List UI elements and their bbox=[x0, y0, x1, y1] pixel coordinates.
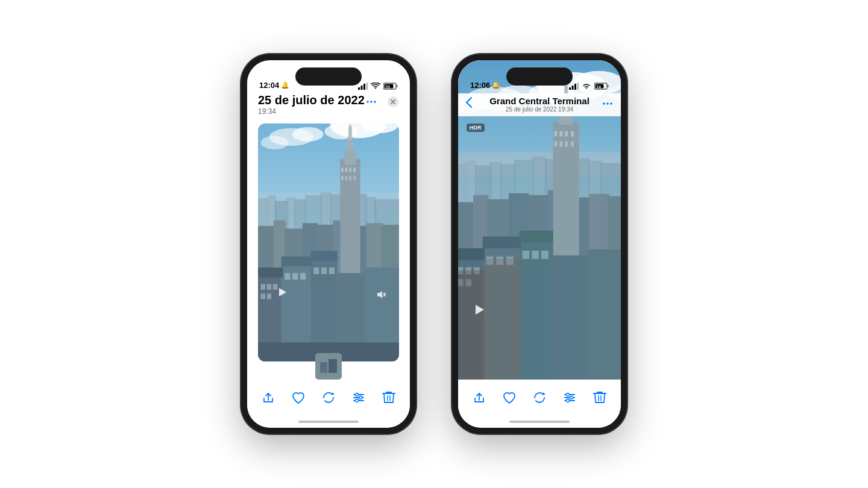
svg-rect-73 bbox=[329, 267, 335, 274]
svg-point-174 bbox=[567, 399, 570, 402]
svg-rect-91 bbox=[572, 86, 574, 90]
svg-point-172 bbox=[567, 393, 570, 396]
battery-icon: 70 bbox=[383, 83, 398, 90]
svg-rect-148 bbox=[483, 236, 521, 248]
svg-marker-74 bbox=[279, 288, 286, 296]
signal-icon-2 bbox=[569, 83, 579, 90]
more-options-button-2[interactable] bbox=[602, 98, 614, 112]
svg-rect-149 bbox=[520, 231, 553, 243]
ellipsis-icon-2 bbox=[602, 98, 614, 110]
close-button[interactable] bbox=[385, 93, 401, 110]
svg-rect-66 bbox=[261, 293, 265, 299]
svg-rect-69 bbox=[292, 273, 298, 280]
svg-rect-90 bbox=[569, 87, 571, 90]
phone2-header: Grand Central Terminal 25 de julio de 20… bbox=[458, 93, 621, 116]
svg-rect-160 bbox=[541, 251, 549, 259]
svg-point-165 bbox=[606, 102, 609, 105]
svg-marker-163 bbox=[476, 305, 484, 314]
svg-rect-72 bbox=[321, 267, 327, 274]
svg-point-17 bbox=[292, 127, 324, 142]
svg-rect-95 bbox=[608, 85, 609, 87]
svg-rect-67 bbox=[267, 293, 271, 299]
svg-rect-63 bbox=[261, 284, 265, 290]
phone2-title: Grand Central Terminal bbox=[489, 96, 590, 106]
svg-rect-93 bbox=[577, 83, 579, 90]
thumbnail-strip[interactable] bbox=[315, 353, 342, 380]
phone-1-screen: 12:04 🔔 bbox=[247, 60, 410, 428]
svg-rect-136 bbox=[565, 131, 568, 137]
status-time-2: 12:06 🔔 bbox=[470, 81, 500, 90]
phone2-subtitle: 25 de julio de 2022 19:34 bbox=[506, 106, 573, 113]
svg-rect-141 bbox=[571, 141, 574, 146]
svg-point-15 bbox=[325, 124, 358, 139]
more-options-button[interactable] bbox=[363, 93, 380, 110]
svg-rect-159 bbox=[532, 251, 539, 259]
svg-rect-45 bbox=[350, 124, 351, 128]
svg-rect-71 bbox=[313, 267, 319, 274]
svg-rect-139 bbox=[559, 141, 562, 146]
svg-rect-68 bbox=[285, 273, 290, 280]
share-button-2[interactable] bbox=[468, 387, 490, 408]
svg-point-18 bbox=[261, 136, 289, 149]
svg-point-85 bbox=[356, 393, 359, 396]
back-button-2[interactable] bbox=[465, 96, 473, 111]
svg-rect-47 bbox=[345, 167, 348, 172]
svg-point-86 bbox=[359, 396, 362, 399]
hdr-badge: HDR bbox=[467, 124, 485, 132]
edit-button-2[interactable] bbox=[559, 387, 580, 408]
svg-rect-5 bbox=[397, 85, 398, 87]
phone-1: 12:04 🔔 bbox=[241, 54, 416, 434]
favorite-button-1[interactable] bbox=[288, 387, 309, 408]
svg-point-164 bbox=[603, 102, 605, 105]
play-button-1[interactable] bbox=[276, 286, 288, 301]
svg-rect-138 bbox=[555, 141, 558, 146]
svg-point-9 bbox=[370, 101, 373, 103]
svg-rect-52 bbox=[349, 176, 351, 180]
svg-rect-145 bbox=[552, 255, 590, 380]
delete-button-1[interactable] bbox=[378, 387, 400, 408]
svg-rect-48 bbox=[349, 167, 351, 172]
svg-rect-50 bbox=[341, 176, 344, 180]
svg-marker-81 bbox=[332, 392, 335, 395]
revert-button-1[interactable] bbox=[318, 387, 339, 408]
svg-rect-144 bbox=[520, 240, 553, 380]
delete-button-2[interactable] bbox=[589, 387, 611, 408]
play-button-2[interactable] bbox=[473, 303, 486, 319]
svg-rect-64 bbox=[267, 284, 271, 290]
status-icons-1: 70 bbox=[358, 83, 398, 90]
share-button-1[interactable] bbox=[257, 387, 279, 408]
battery-icon-2: 74 bbox=[594, 83, 609, 90]
mute-button-1[interactable] bbox=[376, 290, 386, 301]
dynamic-island-2 bbox=[506, 67, 573, 86]
svg-rect-78 bbox=[320, 362, 327, 373]
svg-rect-140 bbox=[565, 141, 568, 146]
svg-rect-137 bbox=[571, 131, 574, 137]
dynamic-island-1 bbox=[295, 67, 362, 86]
svg-point-166 bbox=[610, 102, 612, 105]
city-photo-1 bbox=[258, 124, 399, 361]
edit-button-1[interactable] bbox=[348, 387, 370, 408]
phone1-header-icons bbox=[363, 93, 401, 110]
svg-rect-135 bbox=[559, 131, 562, 137]
svg-text:74: 74 bbox=[596, 85, 601, 89]
status-icons-2: 74 bbox=[569, 83, 609, 90]
revert-button-2[interactable] bbox=[529, 387, 550, 408]
svg-rect-59 bbox=[258, 267, 283, 278]
svg-marker-168 bbox=[543, 392, 546, 395]
svg-point-10 bbox=[374, 101, 376, 103]
phone-2-screen: 12:06 🔔 bbox=[458, 60, 621, 428]
svg-rect-147 bbox=[458, 248, 485, 260]
signal-icon bbox=[358, 83, 368, 90]
svg-rect-49 bbox=[353, 167, 356, 172]
favorite-button-2[interactable] bbox=[498, 387, 520, 408]
svg-point-87 bbox=[356, 399, 359, 402]
svg-rect-2 bbox=[363, 84, 365, 90]
svg-rect-46 bbox=[341, 167, 344, 172]
svg-rect-158 bbox=[523, 251, 530, 259]
svg-rect-3 bbox=[366, 83, 368, 90]
svg-rect-53 bbox=[353, 176, 356, 180]
svg-rect-61 bbox=[311, 251, 338, 261]
status-time-1: 12:04 🔔 bbox=[259, 81, 289, 90]
photo-area-1[interactable] bbox=[258, 124, 399, 361]
svg-text:70: 70 bbox=[385, 85, 390, 89]
